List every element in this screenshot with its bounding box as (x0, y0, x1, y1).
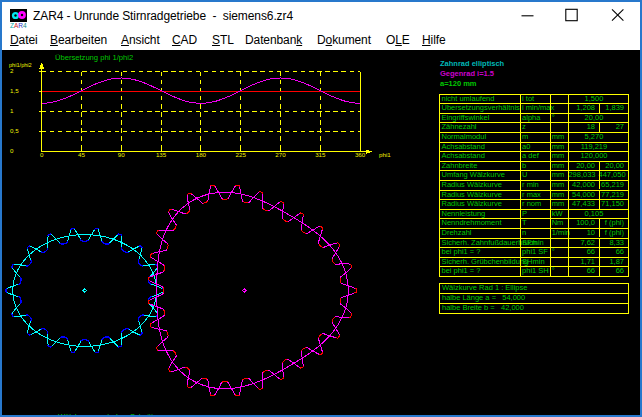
svg-text:ZAR4: ZAR4 (10, 22, 27, 29)
